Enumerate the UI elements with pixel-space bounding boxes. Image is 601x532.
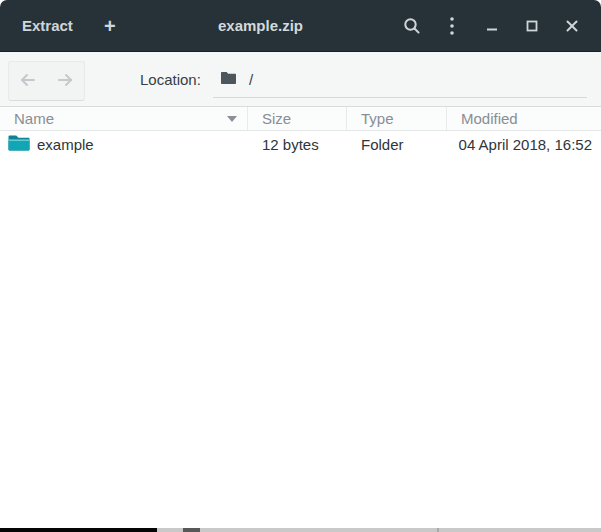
- extract-button[interactable]: Extract: [18, 11, 77, 40]
- column-header-size[interactable]: Size: [248, 107, 347, 130]
- minimize-button[interactable]: [475, 9, 509, 43]
- folder-icon: [8, 134, 30, 155]
- archive-manager-window: Extract + example.zip: [0, 0, 601, 532]
- search-button[interactable]: [395, 9, 429, 43]
- titlebar-left-group: Extract +: [0, 9, 132, 43]
- close-button[interactable]: [555, 9, 589, 43]
- location-label: Location:: [140, 71, 201, 88]
- titlebar: Extract + example.zip: [0, 0, 601, 52]
- history-buttons: [8, 61, 85, 101]
- maximize-icon: [524, 18, 540, 34]
- file-size: 12 bytes: [248, 136, 347, 153]
- location-path: /: [249, 71, 253, 88]
- window-title: example.zip: [132, 17, 389, 34]
- background-window-sliver: [437, 528, 439, 532]
- file-list-header: Name Size Type Modified: [0, 107, 601, 131]
- back-button[interactable]: [9, 62, 47, 100]
- close-icon: [564, 18, 580, 34]
- sort-descending-icon: [227, 116, 237, 122]
- column-header-type-label: Type: [361, 110, 394, 127]
- background-window-sliver: [0, 528, 157, 532]
- column-header-type[interactable]: Type: [347, 107, 447, 130]
- search-icon: [403, 17, 421, 35]
- menu-button[interactable]: [435, 9, 469, 43]
- back-arrow-icon: [19, 73, 37, 90]
- file-name-cell: example: [0, 134, 248, 155]
- column-header-size-label: Size: [262, 110, 291, 127]
- navigation-toolbar: Location: /: [0, 52, 601, 107]
- file-list-empty-area[interactable]: [0, 158, 601, 528]
- background-window-sliver: [183, 528, 200, 532]
- column-header-modified-label: Modified: [461, 110, 518, 127]
- table-row[interactable]: example 12 bytes Folder 04 April 2018, 1…: [0, 131, 601, 158]
- maximize-button[interactable]: [515, 9, 549, 43]
- location-entry[interactable]: /: [213, 62, 587, 98]
- folder-icon: [220, 71, 237, 89]
- file-modified: 04 April 2018, 16:52: [447, 136, 601, 153]
- column-header-modified[interactable]: Modified: [447, 107, 601, 130]
- file-type: Folder: [347, 136, 447, 153]
- column-header-name[interactable]: Name: [0, 107, 248, 130]
- bottom-window-edge: [0, 528, 601, 532]
- add-files-button[interactable]: +: [93, 9, 127, 43]
- menu-icon: [449, 16, 455, 36]
- titlebar-right-group: [389, 9, 601, 43]
- forward-arrow-icon: [56, 73, 74, 90]
- forward-button[interactable]: [47, 62, 85, 100]
- minimize-icon: [484, 18, 500, 34]
- file-name: example: [37, 136, 94, 153]
- column-header-name-label: Name: [14, 110, 54, 127]
